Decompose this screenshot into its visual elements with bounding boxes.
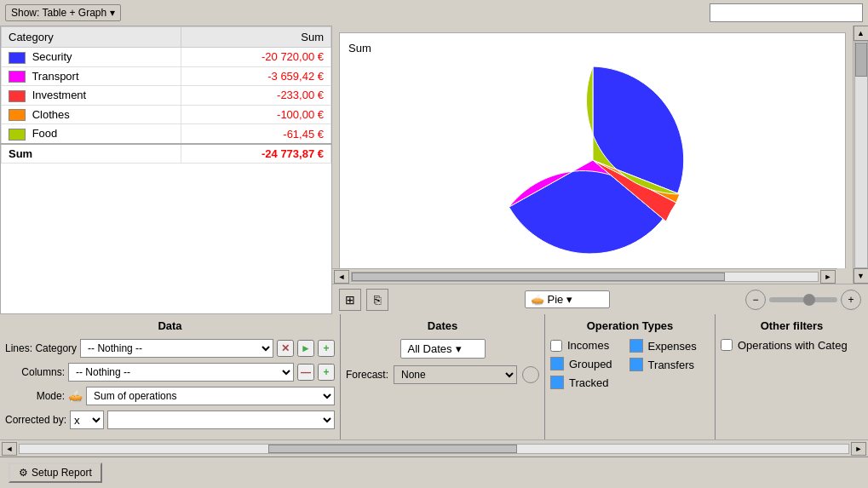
table-row: Food -61,45 €: [2, 124, 331, 144]
hscroll-right-btn[interactable]: ►: [820, 270, 836, 284]
zoom-plus-btn[interactable]: +: [841, 290, 861, 310]
incomes-checkbox[interactable]: [550, 340, 562, 352]
category-name: Security: [32, 50, 72, 63]
setup-gear-icon: ⚙: [19, 467, 28, 479]
ops-with-categ-label: Operations with Categ: [738, 339, 848, 352]
columns-add-btn[interactable]: +: [318, 364, 335, 381]
lines-label: Lines: Category: [5, 342, 77, 354]
dates-section-header: Dates: [346, 319, 539, 332]
corrected-by-select[interactable]: x: [70, 410, 104, 429]
show-dropdown-arrow: ▾: [110, 7, 115, 19]
col-category-header: Category: [2, 27, 181, 48]
filters-hscroll-right[interactable]: ►: [851, 442, 866, 456]
transfers-color-dot: [629, 358, 643, 371]
category-name: Transport: [32, 70, 78, 83]
chart-toolbar: ⊞ ⎘ 🥧 Pie ▾ − +: [332, 284, 868, 314]
category-color-swatch: [9, 90, 26, 102]
zoom-slider-track[interactable]: [769, 297, 837, 302]
other-filters-header: Other filters: [721, 319, 863, 332]
main-content: Category Sum Security -20 720,00 € Trans…: [0, 26, 868, 314]
tracked-label: Tracked: [569, 376, 608, 389]
forecast-label: Forecast:: [346, 369, 388, 381]
grouped-row: Grouped: [550, 357, 612, 370]
chart-type-label: Pie: [548, 293, 564, 306]
tracked-row: Tracked: [550, 376, 612, 389]
expenses-label: Expenses: [648, 340, 697, 353]
table-row: Transport -3 659,42 €: [2, 66, 331, 86]
chart-title: Sum: [348, 42, 836, 55]
chart-type-arrow: ▾: [566, 293, 572, 306]
mode-select[interactable]: Sum of operations: [86, 387, 335, 405]
category-cell: Investment: [2, 86, 181, 106]
vscroll-up-btn[interactable]: ▲: [854, 26, 869, 41]
category-color-swatch: [9, 71, 26, 83]
lines-select[interactable]: -- Nothing --: [80, 339, 273, 358]
lines-del-btn[interactable]: ✕: [277, 340, 294, 357]
pie-chart: [491, 58, 695, 262]
expenses-color-dot: [629, 339, 643, 353]
right-panel: Sum: [332, 26, 868, 314]
op-types-section: Operation Types Incomes Grouped Tracked: [545, 314, 716, 439]
bottom-area: Data Lines: Category -- Nothing -- ✕ ► +…: [0, 314, 868, 488]
columns-del-btn[interactable]: —: [297, 364, 314, 381]
category-cell: Clothes: [2, 105, 181, 124]
forecast-select[interactable]: None: [394, 365, 517, 384]
category-cell: Food: [2, 124, 181, 144]
corrected-wide-select[interactable]: [107, 410, 335, 429]
sum-value: -24 773,87 €: [181, 144, 331, 164]
forecast-row: Forecast: None: [346, 365, 539, 384]
category-name: Food: [32, 127, 58, 140]
show-table-graph-button[interactable]: Show: Table + Graph ▾: [5, 4, 121, 21]
other-filters-inner: Operations with Categ: [721, 339, 863, 352]
category-color-swatch: [9, 109, 26, 121]
copy-btn[interactable]: ⎘: [366, 289, 388, 311]
all-dates-arrow: ▾: [456, 342, 462, 355]
mode-pie-icon: 🥧: [68, 389, 83, 403]
columns-select[interactable]: -- Nothing --: [68, 363, 294, 382]
lines-row: Lines: Category -- Nothing -- ✕ ► +: [5, 339, 335, 358]
filters-hscroll-left[interactable]: ◄: [2, 442, 17, 456]
category-value: -233,00 €: [181, 86, 331, 106]
zoom-minus-btn[interactable]: −: [745, 290, 766, 310]
show-button-label: Show: Table + Graph: [11, 7, 106, 19]
top-toolbar: Show: Table + Graph ▾: [0, 0, 868, 26]
data-section-header: Data: [5, 319, 335, 332]
dates-section: Dates All Dates ▾ Forecast: None: [341, 314, 545, 439]
table-view-btn[interactable]: ⊞: [339, 289, 361, 311]
vscroll-down-btn[interactable]: ▼: [854, 268, 869, 284]
chart-type-select[interactable]: 🥧 Pie ▾: [525, 290, 610, 308]
category-cell: Security: [2, 48, 181, 67]
grouped-color-dot: [550, 357, 564, 370]
all-dates-btn[interactable]: All Dates ▾: [400, 339, 486, 359]
corrected-label: Corrected by:: [5, 414, 66, 426]
op-types-header: Operation Types: [550, 319, 710, 332]
bottom-controls-area: Data Lines: Category -- Nothing -- ✕ ► +…: [0, 314, 868, 439]
columns-label: Columns:: [5, 366, 65, 378]
pie-icon: 🥧: [531, 293, 544, 306]
data-table: Category Sum Security -20 720,00 € Trans…: [1, 26, 331, 164]
left-panel: Category Sum Security -20 720,00 € Trans…: [0, 26, 332, 314]
right-scrollbar: ▲ ▼: [853, 26, 868, 284]
setup-report-btn[interactable]: ⚙ Setup Report: [9, 462, 102, 483]
mode-label: Mode:: [5, 390, 65, 402]
incomes-row: Incomes: [550, 339, 612, 352]
data-section: Data Lines: Category -- Nothing -- ✕ ► +…: [0, 314, 341, 439]
lines-play-btn[interactable]: ►: [297, 340, 314, 357]
hscroll-left-btn[interactable]: ◄: [334, 270, 349, 284]
tracked-color-dot: [550, 376, 564, 389]
category-value: -3 659,42 €: [181, 66, 331, 86]
vscroll-track: [854, 41, 868, 268]
category-value: -20 720,00 €: [181, 48, 331, 67]
hscroll-track: [351, 272, 819, 282]
category-color-swatch: [9, 129, 26, 141]
top-search-input[interactable]: [710, 3, 863, 22]
col-sum-header: Sum: [181, 27, 331, 48]
lines-add-btn[interactable]: +: [318, 340, 335, 357]
category-value: -100,00 €: [181, 105, 331, 124]
expenses-row: Expenses: [629, 339, 697, 353]
forecast-circle: [522, 366, 539, 383]
transfers-row: Transfers: [629, 358, 697, 371]
ops-with-categ-checkbox[interactable]: [721, 339, 733, 351]
category-cell: Transport: [2, 66, 181, 86]
other-filters-section: Other filters Operations with Categ: [716, 314, 868, 439]
